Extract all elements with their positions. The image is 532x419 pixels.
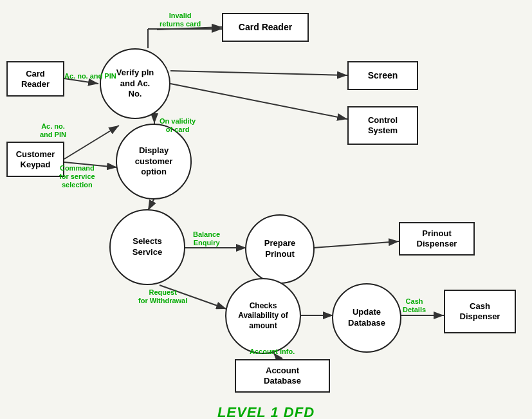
request-withdrawal-label: Request for Withdrawal [138,288,187,305]
balance-enquiry-label: Balance Enquiry [193,230,220,247]
diagram: Card Reader Customer Keypad Card Reader … [0,0,532,399]
verify-pin-circle: Verify pIn and Ac. No. [100,48,170,119]
on-validity-label: On validity of card [160,117,196,134]
screen-box: Screen [347,61,418,90]
prepare-printout-circle: Prepare Prinout [245,214,315,284]
invalid-returns-label: Invalid returns card [160,12,201,28]
svg-line-11 [313,241,399,248]
account-database-box: Account Database [235,359,330,393]
update-database-circle: Update Database [332,283,401,353]
card-reader-top-box: Card Reader [222,13,309,42]
ac-no-pin-1-label: Ac. no. and PIN [64,72,116,80]
ac-no-pin-2-label: Ac. no. and PIN [40,122,66,139]
account-info-label: Account Info. [250,348,295,356]
diagram-title: LEVEL 1 DFD [0,399,532,419]
command-service-label: Command for service selection [59,164,95,190]
cash-dispenser-box: Cash Dispenser [444,290,516,333]
svg-line-1 [64,126,119,159]
display-customer-circle: Display customer option [116,124,192,200]
checks-availability-circle: Checks Availability of amount [225,278,301,354]
customer-keypad-box: Customer Keypad [6,142,64,177]
printout-dispenser-box: Prinout Dispenser [399,222,475,256]
card-reader-left-box: Card Reader [6,61,64,97]
cash-details-label: Cash Details [403,297,426,314]
svg-line-7 [170,84,347,119]
selects-service-circle: Selects Service [109,209,185,285]
control-system-box: Control System [347,106,418,145]
svg-line-6 [170,71,347,75]
